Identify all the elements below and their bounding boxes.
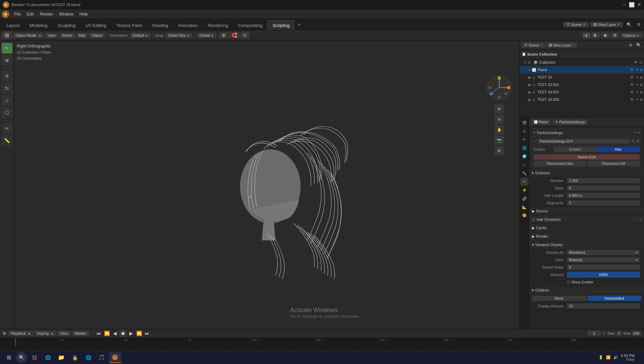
tab-rendering[interactable]: Rendering — [203, 20, 233, 30]
stop-btn[interactable]: ⏺ — [119, 330, 127, 337]
transform-pivot[interactable]: ⊕ — [219, 32, 228, 38]
children-header[interactable]: ▾ Children — [529, 286, 644, 294]
viewport-gizmo[interactable]: X Y Z ⊕ ⊖ ✋ — [486, 74, 513, 155]
props-material-tab[interactable]: 🎨 — [520, 211, 529, 219]
scene-close-icon[interactable]: ✕ — [540, 43, 542, 47]
plane-eye[interactable]: 👁 — [630, 68, 634, 72]
annotate-tool[interactable]: ✏ — [2, 123, 12, 134]
viewlayer-close-icon[interactable]: ✕ — [572, 43, 574, 47]
taskbar-explorer[interactable]: 📁 — [55, 352, 67, 363]
filter-icon[interactable]: ⚙ — [635, 22, 643, 28]
render-header[interactable]: ▶ Render — [529, 232, 644, 240]
jump-end-btn[interactable]: ⏭ — [143, 330, 151, 337]
add-menu[interactable]: Add — [76, 33, 88, 38]
emitter-tab[interactable]: Emitter — [554, 147, 597, 152]
hair-length-value[interactable]: 0.853 m — [567, 193, 640, 198]
hair-dynamics-toggle[interactable]: ☑ — [532, 217, 535, 222]
tab-shading[interactable]: Shading — [147, 20, 173, 30]
props-render-tab[interactable]: 🎬 — [520, 119, 529, 127]
search-icon[interactable]: 🔍 — [624, 22, 634, 28]
particle-settings-014-selector[interactable]: ParticleSettings.014 — [538, 139, 630, 144]
cache-header[interactable]: ▶ Cache — [529, 224, 644, 232]
outliner-test19-002[interactable]: ▶ ▷ TEST 19.002 👁 ✦ ⊞ — [520, 88, 644, 96]
collection-restrict[interactable]: ⊙ — [640, 60, 643, 65]
select-menu[interactable]: Select — [59, 33, 75, 38]
props-scene-tab[interactable]: 🌐 — [520, 144, 529, 152]
scene-selector[interactable]: 🎬 Scene ✕ — [521, 42, 545, 48]
emission-header[interactable]: ▾ Emission — [529, 169, 644, 177]
select-tool[interactable]: ↖ — [2, 43, 12, 54]
hand-tool[interactable]: ✋ — [495, 125, 504, 134]
clock[interactable]: 5:50 PM Today — [621, 354, 635, 361]
props-particles-tab active[interactable]: ✦ — [520, 178, 529, 186]
measure-tool[interactable]: 📏 — [2, 135, 12, 146]
start-value[interactable]: 1 — [616, 331, 622, 336]
segments-value[interactable]: 5 — [567, 200, 640, 206]
source-header[interactable]: ▶ Source — [529, 207, 644, 215]
maximize-btn[interactable]: ⬜ — [629, 2, 635, 7]
outliner-collection[interactable]: ▾ ☑ 📦 Collection 👁 ⊙ — [520, 59, 644, 66]
filter-btn[interactable]: ⚙ — [628, 42, 634, 48]
camera-view[interactable]: 📷 — [495, 135, 504, 145]
playback-menu[interactable]: Playback ▼ — [8, 331, 33, 336]
hair-dynamics-header[interactable]: ☑ Hair Dynamics ≡ — [529, 215, 644, 223]
viewlayer-selector[interactable]: 🖼 View Layer ✕ — [546, 42, 577, 48]
outliner-plane[interactable]: ▾ ⬜ Plane 👁 ✦ ⊞ — [520, 66, 644, 73]
particle-expand-icon[interactable]: ✦ — [533, 131, 536, 134]
tab-modeling[interactable]: Modeling — [25, 20, 53, 30]
particle-settings-selector[interactable]: ✦ ParticleSettings — [553, 119, 587, 125]
menu-help[interactable]: Help — [77, 11, 91, 17]
hair-tab[interactable]: Hair — [597, 147, 640, 152]
tab-texture-paint[interactable]: Texture Paint — [111, 20, 147, 30]
particle-014-new[interactable]: + — [631, 139, 635, 143]
show-desktop-btn[interactable] — [639, 352, 641, 363]
tab-animation[interactable]: Animation — [173, 20, 203, 30]
viewport-shading-material[interactable]: ◐ — [591, 32, 600, 38]
window-controls[interactable]: ─ ⬜ ✕ — [623, 2, 641, 7]
snap-icon[interactable]: 🧲 — [229, 32, 240, 38]
props-object-tab[interactable]: ▷ — [520, 161, 529, 169]
color-selector[interactable]: Material ▼ — [567, 257, 640, 263]
delete-edit-btn[interactable]: Delete Edit — [534, 154, 640, 160]
marker-menu[interactable]: Marker — [72, 331, 89, 336]
viewlayer-dropdown[interactable]: 🖼 View Layer ✕ — [590, 22, 623, 27]
children-none-btn[interactable]: None — [532, 296, 586, 301]
props-output-tab[interactable]: 🖨 — [520, 127, 529, 135]
collection-checkbox[interactable]: ☑ — [528, 61, 531, 64]
timeline-type-icon[interactable]: ⊞ — [3, 331, 6, 336]
step-back-btn[interactable]: ⏪ — [103, 330, 110, 337]
amount-bar[interactable]: 100% — [567, 272, 640, 278]
props-modifiers-tab[interactable]: 🔧 — [520, 169, 529, 177]
keying-menu[interactable]: Keying ▼ — [35, 331, 56, 336]
tab-sculpting[interactable]: Sculpting — [53, 20, 80, 30]
collection-eye[interactable]: 👁 — [634, 60, 638, 64]
menu-window[interactable]: Window — [56, 11, 76, 17]
menu-render[interactable]: Render — [37, 11, 56, 17]
test19003-eye[interactable]: 👁 — [630, 97, 634, 101]
taskbar-blender[interactable] — [109, 352, 121, 363]
props-world-tab[interactable]: 🌍 — [520, 152, 529, 160]
viewport-overlay[interactable]: ⊞ — [611, 32, 619, 38]
particle-new-btn[interactable]: + — [635, 131, 637, 134]
disconnect-all-btn[interactable]: Disconnect All — [587, 161, 640, 166]
test19002-eye[interactable]: 👁 — [630, 90, 634, 94]
view-menu[interactable]: View — [45, 33, 58, 38]
menu-edit[interactable]: Edit — [24, 11, 36, 17]
props-physics-tab[interactable]: ⚡ — [520, 186, 529, 194]
add-workspace-btn[interactable]: + — [295, 19, 304, 30]
display-as-selector[interactable]: Rendered ▼ — [567, 250, 640, 255]
show-emitter-checkbox[interactable]: ☑ — [567, 280, 570, 284]
proportional-edit[interactable]: ⊙ — [240, 32, 249, 38]
play-reverse-btn[interactable]: ◀ — [111, 330, 118, 337]
taskbar-task-view[interactable]: ⊡ — [28, 352, 40, 363]
strand-steps-value[interactable]: 8 — [567, 265, 640, 270]
taskbar-media[interactable]: 🎵 — [96, 352, 108, 363]
cursor-tool[interactable]: ⊕ — [2, 55, 12, 66]
disconnect-hair-btn[interactable]: Disconnect Hair — [534, 161, 586, 166]
hair-dynamics-menu[interactable]: ≡ — [639, 218, 641, 221]
taskbar-search-btn[interactable]: 🔍 — [16, 352, 27, 363]
end-value[interactable]: 250 — [631, 331, 641, 336]
test19-eye[interactable]: 👁 — [630, 75, 634, 79]
search-btn[interactable]: 🔍 — [635, 42, 643, 48]
zoom-in[interactable]: ⊕ — [495, 104, 504, 114]
